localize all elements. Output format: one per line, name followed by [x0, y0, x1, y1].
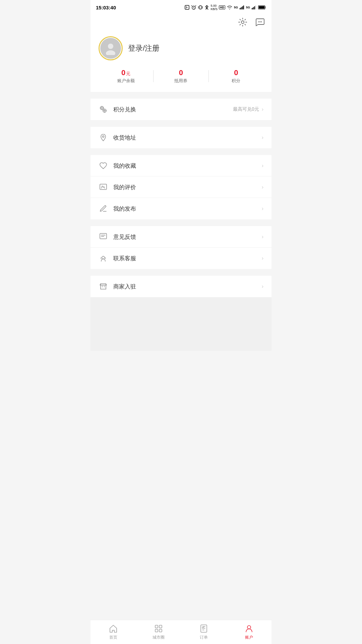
svg-rect-4: [240, 8, 241, 9]
5g-2-text: 5G: [246, 6, 250, 9]
svg-point-16: [260, 21, 261, 22]
svg-rect-30: [201, 625, 207, 632]
svg-point-17: [261, 21, 262, 22]
coupon-stat[interactable]: 0 抵用券: [154, 68, 208, 84]
points-exchange-hint: 最高可兑0元: [233, 106, 259, 112]
svg-rect-27: [159, 625, 162, 628]
shipping-address-right: ›: [262, 135, 263, 141]
my-reviews-label: 我的评价: [113, 183, 262, 191]
menu-item-customer-service[interactable]: 联系客服 ›: [90, 248, 272, 269]
feedback-label: 意见反馈: [113, 233, 262, 241]
points-stat[interactable]: 0 积分: [209, 68, 263, 84]
balance-value: 0: [121, 68, 125, 77]
person-silhouette-icon: [104, 42, 117, 55]
signal-icon-2: [251, 5, 257, 10]
chevron-icon-address: ›: [262, 135, 263, 141]
points-exchange-label: 积分兑换: [113, 106, 233, 113]
svg-rect-10: [254, 6, 255, 9]
speed-text: 5.00KB/S: [210, 4, 218, 11]
vibrate-icon: [198, 5, 203, 10]
chat-icon: [255, 17, 265, 27]
svg-rect-2: [199, 6, 201, 9]
menu-item-my-posts[interactable]: 我的发布 ›: [90, 198, 272, 219]
merchant-join-right: ›: [262, 283, 263, 289]
bluetooth-icon: [204, 5, 209, 10]
nav-item-account[interactable]: 账户: [226, 620, 272, 644]
svg-rect-13: [259, 6, 264, 9]
profile-top: 登录/注册: [99, 36, 263, 60]
menu-item-my-reviews[interactable]: 我的评价 ›: [90, 176, 272, 198]
feedback-right: ›: [262, 234, 263, 240]
svg-rect-0: [185, 5, 189, 9]
profile-section: 登录/注册 0 元 账户余额 0 抵用券 0 积分: [90, 31, 272, 92]
chevron-icon-customer-service: ›: [262, 255, 263, 261]
menu-item-my-favorites[interactable]: 我的收藏 ›: [90, 155, 272, 176]
menu-section-support: 意见反馈 › 联系客服 ›: [90, 226, 272, 269]
orders-nav-label: 订单: [200, 635, 208, 640]
svg-point-15: [258, 21, 259, 22]
svg-point-14: [241, 21, 244, 23]
points-value: 0: [234, 68, 238, 77]
svg-point-18: [108, 44, 113, 49]
my-favorites-label: 我的收藏: [113, 162, 262, 170]
menu-section-user-content: 我的收藏 › 我的评价 › 我的发布 ›: [90, 155, 272, 219]
points-label: 积分: [232, 78, 240, 84]
nav-item-orders[interactable]: 订单: [181, 620, 226, 644]
account-nav-icon: [244, 624, 254, 633]
chevron-icon-posts: ›: [262, 206, 263, 212]
svg-point-31: [247, 626, 251, 629]
my-favorites-icon: [99, 161, 108, 170]
my-posts-icon: [99, 204, 108, 213]
menu-section-address: 收货地址 ›: [90, 127, 272, 148]
merchant-join-icon: [99, 282, 108, 291]
bottom-nav: 首页 城市圈 订单 账户: [90, 620, 272, 644]
svg-rect-8: [252, 8, 253, 9]
city-circle-nav-label: 城市圈: [153, 635, 165, 640]
svg-rect-5: [241, 7, 242, 10]
wifi-icon: [227, 5, 233, 10]
nav-item-home[interactable]: 首页: [90, 620, 136, 644]
hd-badge: HD: [219, 5, 225, 9]
settings-button[interactable]: [237, 16, 249, 28]
feedback-icon: [99, 232, 108, 241]
login-register-text[interactable]: 登录/注册: [128, 43, 160, 53]
city-circle-nav-icon: [154, 624, 163, 633]
stats-row: 0 元 账户余额 0 抵用券 0 积分: [99, 68, 263, 84]
chevron-icon-reviews: ›: [262, 184, 263, 190]
menu-item-points-exchange[interactable]: 积分兑换 最高可兑0元 ›: [90, 99, 272, 120]
avatar[interactable]: [99, 36, 123, 60]
battery-icon: [258, 5, 266, 10]
chevron-icon-merchant: ›: [262, 283, 263, 289]
shipping-address-label: 收货地址: [113, 134, 262, 142]
merchant-join-label: 商家入驻: [113, 283, 262, 290]
bottom-spacer: [90, 351, 272, 381]
svg-rect-6: [242, 6, 243, 9]
avatar-image: [100, 38, 121, 59]
gray-area: [90, 297, 272, 351]
svg-rect-9: [253, 7, 254, 10]
menu-section-points: 积分兑换 最高可兑0元 ›: [90, 99, 272, 120]
my-favorites-right: ›: [262, 163, 263, 169]
menu-item-shipping-address[interactable]: 收货地址 ›: [90, 127, 272, 148]
message-button[interactable]: [254, 16, 266, 28]
menu-section-merchant: 商家入驻 ›: [90, 276, 272, 297]
5g-1-text: 5G: [234, 6, 238, 9]
balance-stat[interactable]: 0 元 账户余额: [99, 68, 153, 84]
svg-point-22: [103, 136, 104, 138]
customer-service-right: ›: [262, 255, 263, 261]
chevron-icon-favorites: ›: [262, 163, 263, 169]
points-exchange-right: 最高可兑0元 ›: [233, 106, 263, 112]
svg-rect-29: [159, 629, 162, 632]
nav-item-city-circle[interactable]: 城市圈: [136, 620, 181, 644]
my-posts-label: 我的发布: [113, 205, 262, 213]
menu-item-merchant-join[interactable]: 商家入驻 ›: [90, 276, 272, 297]
status-icons: 5.00KB/S HD 5G 5G: [184, 4, 266, 11]
balance-label: 账户余额: [117, 78, 135, 84]
status-time: 15:03:40: [96, 5, 116, 10]
menu-item-feedback[interactable]: 意见反馈 ›: [90, 226, 272, 248]
coupon-value: 0: [179, 68, 183, 77]
section-gap-2: [90, 120, 272, 123]
section-gap-3: [90, 148, 272, 152]
chevron-icon-points: ›: [262, 106, 263, 112]
svg-rect-23: [100, 184, 107, 190]
